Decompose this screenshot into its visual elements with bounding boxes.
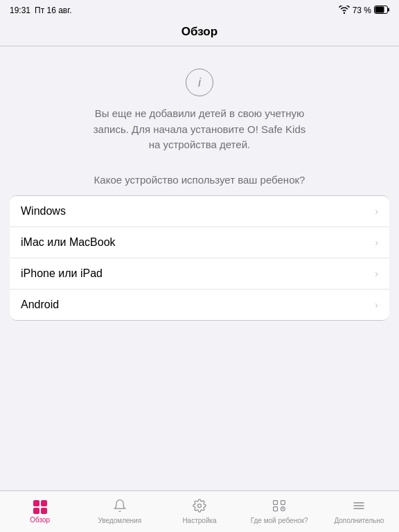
device-list: Windows › iMac или MacBook › iPhone или … xyxy=(10,195,389,321)
nav-bar: Обзор xyxy=(0,19,399,46)
chevron-icon-imac: › xyxy=(375,237,378,248)
main-content: i Вы еще не добавили детей в свою учетну… xyxy=(0,46,399,490)
list-item-label-iphone-ipad: iPhone или iPad xyxy=(21,267,103,280)
wifi-icon xyxy=(339,6,350,16)
list-item-label-imac: iMac или MacBook xyxy=(21,236,116,249)
battery-level: 73 % xyxy=(353,6,371,15)
grid-icon xyxy=(33,500,47,514)
location-icon xyxy=(272,499,286,515)
tab-overview[interactable]: Обзор xyxy=(0,491,80,532)
subtitle: Какое устройство использует ваш ребенок? xyxy=(0,167,399,195)
battery-icon xyxy=(374,6,389,16)
list-item-windows[interactable]: Windows › xyxy=(10,196,389,227)
svg-rect-6 xyxy=(274,507,278,511)
svg-rect-5 xyxy=(281,501,285,505)
status-right: 73 % xyxy=(339,6,389,16)
status-bar: 19:31 Пт 16 авг. 73 % xyxy=(0,0,399,19)
list-item-iphone-ipad[interactable]: iPhone или iPad › xyxy=(10,258,389,290)
list-item-android[interactable]: Android › xyxy=(10,290,389,320)
tab-settings[interactable]: Настройка xyxy=(159,491,239,532)
nav-title: Обзор xyxy=(181,25,218,38)
tab-notifications[interactable]: Уведомления xyxy=(80,491,159,532)
list-item-imac[interactable]: iMac или MacBook › xyxy=(10,227,389,258)
svg-rect-2 xyxy=(375,6,384,12)
svg-rect-1 xyxy=(388,8,389,11)
chevron-icon-android: › xyxy=(375,299,378,310)
info-section: i Вы еще не добавили детей в свою учетну… xyxy=(0,46,399,167)
info-message: Вы еще не добавили детей в свою учетную … xyxy=(89,106,310,153)
status-left: 19:31 Пт 16 авг. xyxy=(10,6,71,15)
status-time: 19:31 xyxy=(10,6,30,15)
tab-location[interactable]: Где мой ребенок? xyxy=(240,491,319,532)
svg-rect-4 xyxy=(274,501,278,505)
list-item-label-windows: Windows xyxy=(21,205,66,218)
bell-icon xyxy=(113,499,127,515)
tab-label-overview: Обзор xyxy=(30,516,50,524)
tab-more[interactable]: Дополнительно xyxy=(319,491,399,532)
info-icon: i xyxy=(186,69,213,96)
tab-label-more: Дополнительно xyxy=(334,517,384,524)
tab-label-notifications: Уведомления xyxy=(98,517,142,524)
chevron-icon-windows: › xyxy=(375,206,378,217)
chevron-icon-iphone-ipad: › xyxy=(375,268,378,279)
menu-icon xyxy=(352,499,366,515)
tab-label-settings: Настройка xyxy=(182,517,216,524)
svg-point-3 xyxy=(198,504,202,508)
gear-icon xyxy=(193,499,206,515)
status-date: Пт 16 авг. xyxy=(35,6,71,15)
list-item-label-android: Android xyxy=(21,299,59,311)
tab-label-location: Где мой ребенок? xyxy=(251,517,308,524)
tab-bar: Обзор Уведомления Настройка xyxy=(0,490,399,532)
